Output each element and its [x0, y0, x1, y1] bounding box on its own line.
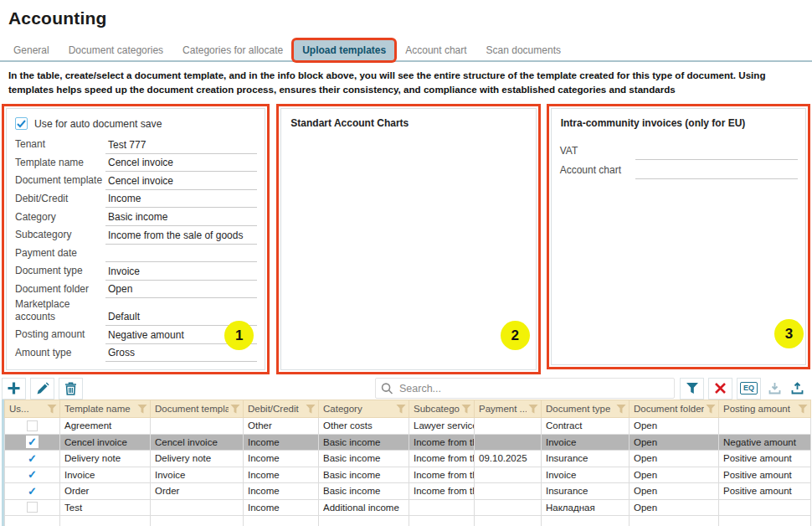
pencil-icon [36, 382, 49, 395]
column-filter-icon[interactable] [230, 405, 240, 414]
auto-save-row: Use for auto document save [15, 117, 257, 130]
table-cell: Basic income [319, 434, 409, 451]
plus-icon [7, 381, 21, 395]
field-value[interactable] [635, 165, 798, 179]
field-value[interactable]: Income [105, 193, 257, 208]
table-cell: Other [244, 418, 319, 435]
table-cell: Positive amount [719, 483, 811, 500]
row-checkbox-checked[interactable]: ✓ [26, 452, 39, 465]
table-cell: Income from the ... [409, 434, 475, 451]
table-cell: Накладная [542, 499, 630, 516]
column-filter-icon[interactable] [528, 405, 538, 414]
field-value[interactable]: Income from the sale of goods [105, 229, 257, 245]
row-checkbox-checked[interactable]: ✓ [26, 468, 39, 481]
table-cell: Positive amount [719, 467, 811, 483]
tab-categories-for-allocate[interactable]: Categories for allocate [174, 40, 291, 60]
info-panels: Use for auto document save TenantTest 77… [2, 104, 810, 374]
table-row[interactable]: TestIncomeAdditional incomeНакладнаяOpen [5, 499, 811, 516]
check-icon [17, 120, 26, 128]
column-header-label: Category [323, 404, 362, 414]
row-checkbox-checked[interactable]: ✓ [26, 436, 39, 448]
column-header[interactable]: Template name [60, 400, 151, 418]
table-row[interactable]: ✓InvoiceInvoiceIncomeBasic incomeIncome … [5, 467, 811, 483]
tab-upload-templates[interactable]: Upload templates [294, 40, 394, 60]
filter-builder-button[interactable]: EQ [737, 378, 761, 400]
panel3-title: Intra-community invoices (only for EU) [560, 116, 798, 129]
table-cell: Open [630, 499, 719, 516]
field-value[interactable] [635, 146, 798, 160]
add-row-button[interactable] [2, 378, 26, 400]
field-value[interactable]: Test 777 [105, 139, 257, 154]
search-icon [381, 382, 393, 395]
field-label: Category [15, 211, 105, 226]
column-filter-icon[interactable] [306, 405, 316, 414]
field-label: Account chart [560, 164, 635, 179]
row-checkbox-unchecked[interactable] [27, 420, 38, 431]
column-header-label: Us... [9, 404, 29, 414]
search-input[interactable] [399, 383, 669, 394]
field-value[interactable]: Open [105, 283, 257, 298]
table-cell: Positive amount [719, 451, 811, 467]
table-cell: Income from the ... [409, 467, 475, 483]
column-header[interactable]: Document type [542, 400, 630, 418]
field-label: Marketplace accounts [15, 298, 105, 326]
column-filter-icon[interactable] [461, 405, 471, 414]
edit-row-button[interactable] [30, 378, 54, 400]
field-label: Posting amount [15, 328, 105, 343]
table-cell [475, 434, 542, 451]
column-header[interactable]: Document templa... [151, 400, 244, 418]
table-cell: Open [630, 467, 719, 483]
column-filter-icon[interactable] [798, 405, 808, 414]
field-label: Template name [15, 157, 105, 172]
column-filter-icon[interactable] [47, 405, 57, 414]
table-cell: Invoice [542, 434, 630, 451]
export-button[interactable] [788, 378, 806, 400]
column-header-label: Payment ... [479, 404, 527, 414]
field-value[interactable]: Cencel invoice [105, 157, 257, 172]
row-checkbox-unchecked[interactable] [27, 502, 38, 513]
table-cell [475, 467, 542, 483]
column-header[interactable]: Us... [5, 400, 60, 418]
table-cell: Negative amount [719, 434, 811, 451]
table-cell [151, 499, 244, 516]
intra-community-panel: Intra-community invoices (only for EU) V… [547, 104, 810, 369]
column-header[interactable]: Subcategory [409, 400, 475, 418]
field-value[interactable]: Invoice [105, 266, 257, 281]
column-header[interactable]: Document folder [630, 400, 719, 418]
tab-document-categories[interactable]: Document categories [60, 40, 172, 60]
row-checkbox-checked[interactable]: ✓ [26, 485, 39, 498]
column-header-label: Document templa... [155, 404, 229, 414]
delete-row-button[interactable] [59, 378, 83, 400]
column-filter-icon[interactable] [396, 405, 406, 414]
column-filter-icon[interactable] [616, 405, 626, 414]
panel2-title: Standart Account Charts [290, 116, 527, 129]
table-cell: Additional income [319, 499, 409, 516]
clear-filter-button[interactable] [708, 378, 732, 400]
field-value[interactable] [105, 248, 257, 262]
column-filter-icon[interactable] [706, 405, 716, 414]
column-header[interactable]: Debit/Credit [244, 400, 319, 418]
table-row[interactable]: ✓Cencel invoiceCencel invoiceIncomeBasic… [5, 434, 811, 451]
field-label: Document type [15, 265, 105, 280]
import-button[interactable] [765, 378, 784, 400]
field-row: Document folderOpen [15, 281, 257, 299]
field-row: TenantTest 777 [15, 136, 257, 154]
field-value[interactable]: Basic income [105, 211, 257, 226]
column-header[interactable]: Category [319, 400, 409, 418]
auto-save-checkbox[interactable] [15, 117, 28, 130]
tab-general[interactable]: General [5, 40, 58, 60]
table-cell: Basic income [319, 483, 409, 500]
clear-filter-x-icon [714, 382, 727, 394]
column-header[interactable]: Posting amount [719, 400, 811, 418]
tab-scan-documents[interactable]: Scan documents [478, 40, 569, 60]
column-filter-icon[interactable] [137, 405, 147, 414]
column-header[interactable]: Payment ... [475, 400, 542, 418]
filter-row-button[interactable] [680, 378, 704, 400]
table-row[interactable]: AgreementOtherOther costsLawyer services… [5, 418, 811, 435]
column-header-label: Document type [546, 404, 610, 414]
tab-account-chart[interactable]: Account chart [397, 40, 475, 60]
field-value[interactable]: Cencel invoice [105, 175, 257, 190]
table-cell: Income from the ... [409, 483, 475, 500]
table-row[interactable]: ✓OrderOrderIncomeBasic incomeIncome from… [5, 483, 811, 500]
table-row[interactable]: ✓Delivery noteDelivery noteIncomeBasic i… [5, 451, 811, 467]
